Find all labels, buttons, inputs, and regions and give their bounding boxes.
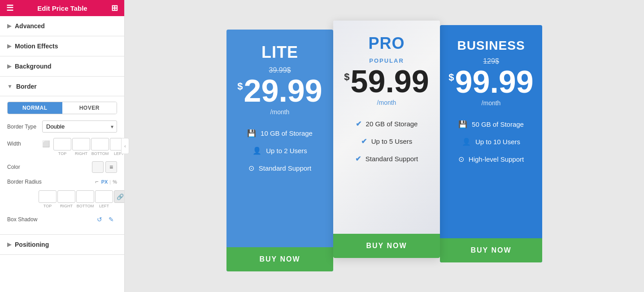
business-price-row: $ 99.99 [448,66,533,98]
business-per-month: /month [482,99,501,107]
box-shadow-reset-btn[interactable]: ↺ [94,214,105,225]
radius-units: PX | % [101,179,117,185]
pro-price: 59.99 [351,66,429,97]
advanced-label: Advanced [15,22,45,30]
width-icon: ⬜ [42,138,50,147]
radius-link-icon: 🔗 [117,193,124,200]
border-radius-label: Border Radius [7,179,92,185]
pro-price-row: $ 59.99 [344,66,429,97]
bottom-label: BOTTOM [91,151,109,156]
radius-right-group: RIGHT [57,190,75,208]
business-card-body: BUSINESS 129$ $ 99.99 /month 💾 50 GB of … [440,25,542,238]
business-price: 99.99 [455,66,534,98]
width-top-group: TOP [53,138,71,156]
check-icon-2: ✔ [361,137,367,146]
box-shadow-edit-btn[interactable]: ✎ [105,214,117,225]
motion-effects-header[interactable]: ▶ Motion Effects [0,36,124,56]
radius-right-input[interactable] [57,190,75,203]
width-right-group: RIGHT [72,138,90,156]
radius-icon: ⌐ [95,178,99,185]
background-section: ▶ Background [0,56,124,77]
radius-inputs-row: TOP RIGHT BOTTOM LEFT 🔗 [39,190,117,208]
background-header[interactable]: ▶ Background [0,56,124,76]
radius-bottom-input[interactable] [76,190,94,203]
business-plan-name: BUSINESS [457,39,525,53]
positioning-section: ▶ Positioning [0,235,124,255]
lite-price-row: $ 29.99 [237,75,322,107]
motion-effects-label: Motion Effects [15,43,58,50]
color-label: Color [7,164,92,170]
support-icon: ⊙ [248,164,254,172]
positioning-label: Positioning [15,241,49,248]
box-shadow-row: Box Shadow ↺ ✎ [7,214,117,225]
radius-left-label: LEFT [99,204,109,208]
positioning-header[interactable]: ▶ Positioning [0,235,124,254]
lite-buy-btn[interactable]: BUY NOW [226,247,333,271]
lite-card: LITE 39.99$ $ 29.99 /month 💾 10 GB of St… [226,30,333,271]
pro-popular-badge: POPULAR [369,57,404,64]
state-toggle: NORMAL HOVER [7,102,117,114]
color-more-btn[interactable]: ≡ [105,161,117,173]
radius-top-input[interactable] [39,190,57,203]
percent-unit-btn[interactable]: % [113,179,117,185]
motion-effects-section: ▶ Motion Effects [0,36,124,56]
width-bottom-input[interactable] [91,138,109,150]
width-top-input[interactable] [53,138,71,150]
border-type-label: Border Type [7,124,39,130]
chevron-right-icon-4: ▶ [7,241,11,248]
background-label: Background [15,63,52,70]
px-unit-btn[interactable]: PX [101,179,108,185]
lite-currency: $ [237,81,243,92]
business-feature-1: 💾 50 GB of Storage [449,116,533,133]
radius-bottom-label: BOTTOM [77,204,94,208]
border-section: ▼ Border NORMAL HOVER Border Type None S… [0,77,124,235]
radius-right-label: RIGHT [60,204,73,208]
sidebar: ☰ Edit Price Table ⊞ ▶ Advanced ▶ Motion… [0,0,125,292]
lite-feature-1: 💾 10 GB of Storage [235,125,324,142]
border-section-header[interactable]: ▼ Border [0,77,124,96]
chevron-right-icon-3: ▶ [7,63,11,69]
check-icon-3: ✔ [355,155,361,163]
border-label: Border [16,83,37,90]
color-row: Color ≡ [7,161,117,173]
sidebar-collapse-handle[interactable]: ‹ [121,138,129,154]
pro-buy-btn[interactable]: BUY NOW [333,234,440,258]
business-feature-2-text: Up to 10 Users [475,138,520,146]
border-type-select[interactable]: None Solid Double Dotted Dashed Groove [42,120,117,133]
advanced-section-header[interactable]: ▶ Advanced [0,16,124,36]
business-buy-btn[interactable]: BUY NOW [440,238,542,262]
radius-link-btn[interactable]: 🔗 [114,190,125,203]
width-row: Width ⬜ TOP RIGHT BOTTOM [7,138,117,156]
menu-icon[interactable]: ☰ [6,3,13,13]
lite-feature-3: ⊙ Standard Support [235,159,324,177]
main-content: LITE 39.99$ $ 29.99 /month 💾 10 GB of St… [125,0,644,292]
chevron-down-icon: ▼ [7,83,13,90]
right-label: RIGHT [75,151,87,156]
lite-card-body: LITE 39.99$ $ 29.99 /month 💾 10 GB of St… [226,30,333,247]
pro-feature-1-text: 20 GB of Storage [366,120,418,128]
business-feature-1-text: 50 GB of Storage [472,120,524,128]
box-shadow-label: Box Shadow [7,216,94,223]
hover-toggle-btn[interactable]: HOVER [62,102,117,114]
radius-bottom-group: BOTTOM [76,190,94,208]
radius-left-input[interactable] [95,190,113,203]
advanced-section: ▶ Advanced [0,16,124,36]
border-type-select-wrapper: None Solid Double Dotted Dashed Groove [42,120,117,133]
width-inputs: TOP RIGHT BOTTOM LEFT 🔗 [53,138,125,156]
users-icon: 👤 [252,146,261,155]
normal-toggle-btn[interactable]: NORMAL [8,102,62,114]
storage-icon-2: 💾 [458,120,467,129]
chevron-right-icon-2: ▶ [7,43,11,49]
lite-price: 29.99 [244,75,322,107]
business-feature-3-text: High-level Support [469,155,524,163]
chevron-right-icon: ▶ [7,23,11,29]
pro-card-body: PRO POPULAR $ 59.99 /month ✔ 20 GB of St… [333,21,440,234]
pro-feature-2: ✔ Up to 5 Users [342,133,431,150]
storage-icon: 💾 [247,129,256,137]
users-icon-2: 👤 [462,137,471,146]
pro-feature-2-text: Up to 5 Users [371,137,413,145]
color-swatch[interactable] [92,161,104,173]
width-right-input[interactable] [72,138,90,150]
grid-icon[interactable]: ⊞ [111,3,118,13]
pro-plan-name: PRO [368,34,405,53]
